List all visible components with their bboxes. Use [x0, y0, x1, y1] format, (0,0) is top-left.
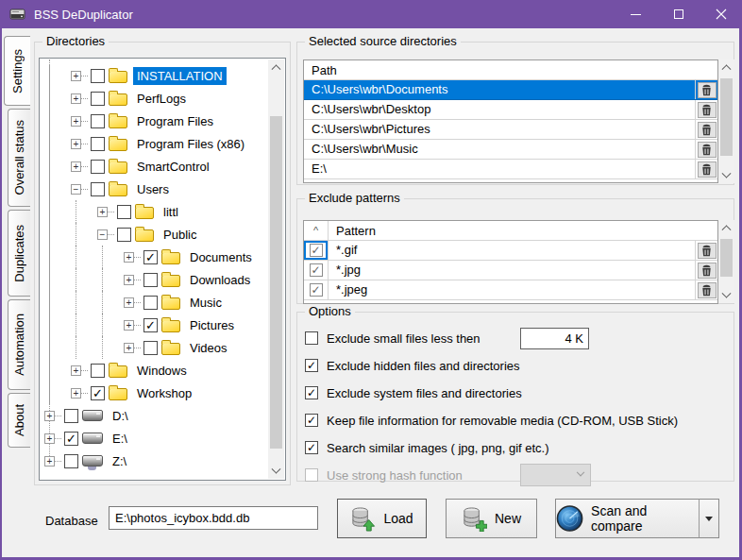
- exclude-pattern-row[interactable]: ✓ *.gif: [304, 241, 717, 261]
- tree-expander[interactable]: +: [71, 161, 81, 172]
- scrollbar-thumb[interactable]: [720, 239, 733, 277]
- source-directory-row[interactable]: C:\Users\wbr\Music: [304, 140, 717, 160]
- tree-row[interactable]: + ✓ Pictures: [41, 314, 268, 336]
- tree-item-label[interactable]: D:\: [109, 407, 132, 425]
- source-table-scrollbar[interactable]: [718, 59, 734, 183]
- tree-checkbox[interactable]: [117, 205, 131, 219]
- source-directory-row[interactable]: C:\Users\wbr\Documents: [304, 80, 717, 100]
- tree-expander[interactable]: +: [97, 207, 108, 217]
- tree-row[interactable]: + Program Files: [41, 110, 268, 132]
- pattern-table-scrollbar[interactable]: [718, 220, 734, 303]
- tree-row[interactable]: + ✓ Documents: [41, 246, 268, 268]
- tab-overall-status[interactable]: Overall status: [8, 109, 30, 207]
- path-cell[interactable]: E:\: [304, 160, 695, 178]
- delete-row-button[interactable]: [698, 102, 717, 118]
- tree-expander[interactable]: +: [71, 388, 81, 399]
- pattern-checkbox[interactable]: ✓: [310, 244, 323, 257]
- load-button[interactable]: Load: [337, 499, 427, 538]
- tree-expander[interactable]: +: [124, 343, 134, 353]
- tree-item-label[interactable]: Documents: [186, 248, 256, 266]
- tree-checkbox[interactable]: ✓: [91, 386, 105, 400]
- scroll-up-button[interactable]: [268, 59, 284, 74]
- scroll-down-button[interactable]: [268, 465, 284, 479]
- tree-row[interactable]: + ✓ E:\: [41, 427, 268, 450]
- path-cell[interactable]: C:\Users\wbr\Music: [304, 140, 695, 159]
- tree-item-label[interactable]: Workshop: [133, 384, 195, 402]
- scroll-up-button[interactable]: [718, 220, 734, 234]
- tree-checkbox[interactable]: [91, 137, 105, 151]
- scrollbar-thumb[interactable]: [270, 116, 282, 449]
- source-directory-row[interactable]: C:\Users\wbr\Pictures: [304, 120, 717, 140]
- option-checkbox[interactable]: ✓: [305, 414, 318, 427]
- source-directory-row[interactable]: C:\Users\wbr\Desktop: [304, 100, 717, 120]
- tree-expander[interactable]: +: [71, 93, 81, 104]
- delete-row-button[interactable]: [698, 142, 717, 158]
- delete-row-button[interactable]: [698, 122, 717, 138]
- delete-row-button[interactable]: [698, 243, 717, 259]
- tree-checkbox[interactable]: [91, 92, 105, 106]
- tree-checkbox[interactable]: ✓: [64, 432, 78, 446]
- tree-checkbox[interactable]: ✓: [143, 318, 158, 332]
- tree-item-label[interactable]: littl: [160, 203, 182, 221]
- path-cell[interactable]: C:\Users\wbr\Desktop: [304, 100, 695, 119]
- tree-expander[interactable]: +: [71, 71, 81, 81]
- tree-expander[interactable]: +: [124, 252, 134, 263]
- tree-item-label[interactable]: Pictures: [186, 316, 238, 334]
- tree-item-label[interactable]: Public: [160, 226, 200, 244]
- scroll-down-button[interactable]: [718, 169, 734, 183]
- tree-row[interactable]: + Program Files (x86): [41, 132, 268, 155]
- tree-row[interactable]: + Music: [41, 291, 268, 314]
- pattern-cell[interactable]: *.jpeg: [329, 280, 695, 299]
- pattern-checkbox[interactable]: ✓: [310, 283, 323, 297]
- tree-item-label[interactable]: PerfLogs: [133, 90, 190, 108]
- tree-item-label[interactable]: Users: [133, 180, 173, 198]
- tree-item-label[interactable]: Z:\: [109, 452, 130, 470]
- tab-automation[interactable]: Automation: [8, 299, 30, 390]
- tree-checkbox[interactable]: [91, 182, 105, 196]
- tree-expander[interactable]: +: [71, 116, 81, 127]
- tree-checkbox[interactable]: ✓: [143, 250, 158, 264]
- tree-scrollbar[interactable]: [268, 59, 284, 479]
- tree-item-label[interactable]: Windows: [133, 362, 191, 380]
- option-value-input[interactable]: 4 K: [520, 328, 589, 349]
- tree-item-label[interactable]: Program Files (x86): [133, 135, 248, 153]
- option-checkbox[interactable]: ✓: [305, 386, 318, 399]
- option-checkbox[interactable]: [305, 331, 318, 345]
- tree-item-label[interactable]: INSTALLATION: [133, 67, 227, 85]
- scroll-up-button[interactable]: [718, 59, 734, 74]
- new-button[interactable]: New: [446, 499, 537, 538]
- scan-dropdown-button[interactable]: [699, 499, 719, 538]
- tree-item-label[interactable]: Videos: [186, 339, 231, 357]
- tree-checkbox[interactable]: [91, 114, 105, 128]
- tree-row[interactable]: + littl: [41, 200, 268, 223]
- tree-row[interactable]: − Public: [41, 223, 268, 246]
- database-path-input[interactable]: E:\photos_icybox.bdd.db: [109, 506, 318, 530]
- close-button[interactable]: [700, 0, 742, 28]
- tree-expander[interactable]: +: [71, 139, 81, 149]
- tree-item-label[interactable]: E:\: [109, 430, 131, 448]
- tree-checkbox[interactable]: [64, 409, 78, 423]
- scrollbar-thumb[interactable]: [720, 78, 733, 156]
- tree-item-label[interactable]: Music: [186, 294, 226, 312]
- pattern-cell[interactable]: *.gif: [329, 241, 695, 260]
- tree-checkbox[interactable]: [91, 69, 105, 83]
- option-checkbox[interactable]: [305, 468, 318, 482]
- tree-expander[interactable]: −: [71, 184, 81, 195]
- tree-row[interactable]: + INSTALLATION: [41, 64, 268, 87]
- minimize-button[interactable]: [615, 0, 657, 28]
- pattern-checkbox[interactable]: ✓: [310, 263, 323, 277]
- tree-row[interactable]: + Videos: [41, 336, 268, 359]
- tree-row[interactable]: + Downloads: [41, 268, 268, 291]
- delete-row-button[interactable]: [698, 82, 717, 98]
- path-cell[interactable]: C:\Users\wbr\Documents: [304, 80, 695, 99]
- exclude-pattern-row[interactable]: ✓ *.jpeg: [304, 280, 717, 300]
- maximize-button[interactable]: [657, 0, 700, 28]
- scroll-down-button[interactable]: [718, 289, 734, 303]
- pattern-cell[interactable]: *.jpg: [329, 261, 695, 280]
- tree-checkbox[interactable]: [143, 296, 158, 310]
- tab-duplicates[interactable]: Duplicates: [8, 210, 30, 297]
- tree-row[interactable]: − Users: [41, 178, 268, 200]
- delete-row-button[interactable]: [698, 282, 717, 298]
- tab-about[interactable]: About: [8, 393, 30, 448]
- tree-checkbox[interactable]: [64, 454, 78, 468]
